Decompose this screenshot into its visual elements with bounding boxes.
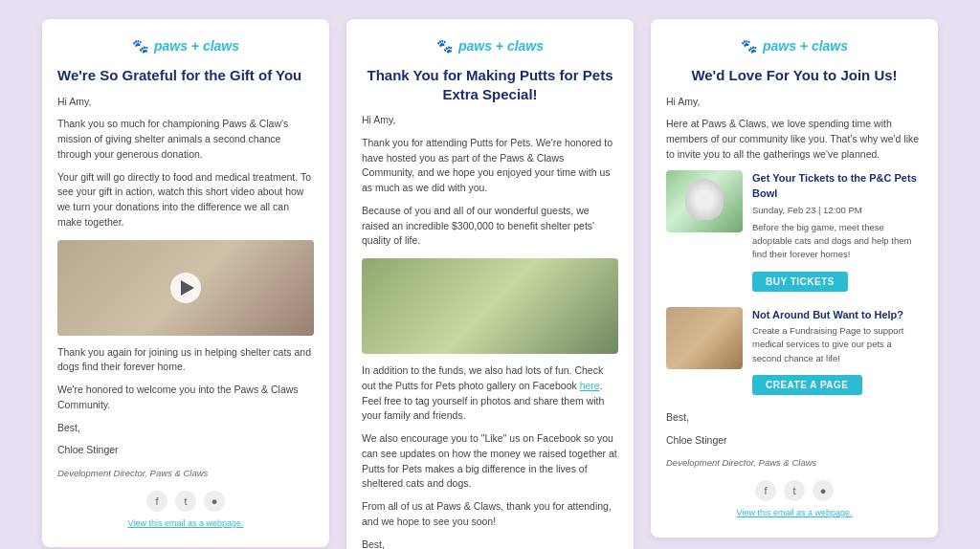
card-2-p3: In addition to the funds, we also had lo…	[362, 363, 618, 424]
paw-icon-1: 🐾	[132, 36, 148, 56]
card-2-best: Best,	[362, 538, 618, 550]
instagram-icon-1[interactable]: ●	[204, 491, 225, 512]
event-1-image	[666, 170, 743, 232]
card-3-greeting: Hi Amy,	[666, 95, 923, 110]
play-triangle-icon	[181, 280, 194, 296]
create-page-button[interactable]: CREATE A PAGE	[752, 375, 862, 395]
card-join: 🐾 paws + claws We'd Love For You to Join…	[651, 19, 938, 538]
brand-text-3: paws + claws	[763, 36, 848, 56]
card-1-p1: Thank you so much for championing Paws &…	[57, 117, 314, 162]
cards-container: 🐾 paws + claws We're So Grateful for the…	[42, 19, 938, 549]
event-1-content: Get Your Tickets to the P&C Pets Bowl Su…	[752, 170, 923, 297]
view-link-1[interactable]: View this email as a webpage.	[57, 517, 314, 531]
social-icons-1: f t ●	[57, 491, 314, 512]
buy-tickets-button[interactable]: BUY TICKETS	[752, 272, 848, 292]
card-2-p2: Because of you and all of our wonderful …	[362, 204, 618, 249]
card-1-greeting: Hi Amy,	[57, 95, 314, 110]
event-2-content: Not Around But Want to Help? Create a Fu…	[752, 307, 923, 401]
facebook-icon-1[interactable]: f	[146, 491, 167, 512]
card-putts: 🐾 paws + claws Thank You for Making Putt…	[346, 19, 634, 549]
card-1-video[interactable]	[57, 240, 314, 336]
event-2-image	[666, 307, 743, 369]
event-1-desc: Before the big game, meet these adoptabl…	[752, 221, 923, 262]
event-1-row: Get Your Tickets to the P&C Pets Bowl Su…	[666, 170, 923, 297]
card-1-p2: Your gift will go directly to food and m…	[57, 170, 314, 231]
instagram-icon-3[interactable]: ●	[813, 480, 834, 501]
brand-text-1: paws + claws	[154, 36, 239, 56]
card-2-greeting: Hi Amy,	[362, 113, 618, 128]
brand-text-2: paws + claws	[458, 36, 544, 56]
card-1-title: We're So Grateful for the Gift of You	[57, 66, 314, 85]
card-1-p4: We're honored to welcome you into the Pa…	[57, 383, 314, 413]
card-2-image	[362, 258, 618, 354]
card-3-title: We'd Love For You to Join Us!	[666, 66, 923, 85]
paw-icon-2: 🐾	[436, 36, 453, 56]
card-grateful: 🐾 paws + claws We're So Grateful for the…	[42, 19, 329, 547]
view-link-3[interactable]: View this email as a webpage.	[666, 507, 923, 520]
brand-3: 🐾 paws + claws	[666, 36, 923, 56]
card-2-p1: Thank you for attending Putts for Pets. …	[362, 136, 618, 196]
facebook-icon-3[interactable]: f	[755, 480, 776, 501]
here-link[interactable]: here	[580, 380, 600, 391]
card-3-sign-title: Development Director, Paws & Claws	[666, 455, 923, 471]
card-1-p3: Thank you again for joining us in helpin…	[57, 345, 314, 376]
card-3-p1: Here at Paws & Claws, we love spending t…	[666, 117, 923, 162]
twitter-icon-1[interactable]: t	[175, 491, 196, 512]
twitter-icon-3[interactable]: t	[784, 480, 805, 501]
card-2-p5: From all of us at Paws & Claws, thank yo…	[362, 499, 618, 530]
card-3-sign-name: Chloe Stinger	[666, 433, 923, 449]
card-2-title: Thank You for Making Putts for Pets Extr…	[362, 66, 618, 103]
card-3-best: Best,	[666, 410, 923, 426]
event-2-title: Not Around But Want to Help?	[752, 307, 923, 323]
event-2-desc: Create a Fundraising Page to support med…	[752, 324, 923, 365]
event-1-title: Get Your Tickets to the P&C Pets Bowl	[752, 170, 923, 202]
brand-1: 🐾 paws + claws	[57, 36, 314, 56]
card-1-sign-name: Chloe Stinger	[57, 443, 314, 458]
brand-2: 🐾 paws + claws	[362, 36, 618, 56]
event-1-date: Sunday, Feb 23 | 12:00 PM	[752, 204, 923, 217]
event-2-row: Not Around But Want to Help? Create a Fu…	[666, 307, 923, 401]
card-1-best: Best,	[57, 421, 314, 436]
paw-icon-3: 🐾	[741, 36, 757, 56]
play-button-1[interactable]	[170, 273, 201, 303]
card-1-sign-title: Development Director, Paws & Claws	[57, 466, 314, 481]
card-2-p4: We also encourage you to "Like" us on Fa…	[362, 431, 618, 492]
social-icons-3: f t ●	[666, 480, 923, 501]
